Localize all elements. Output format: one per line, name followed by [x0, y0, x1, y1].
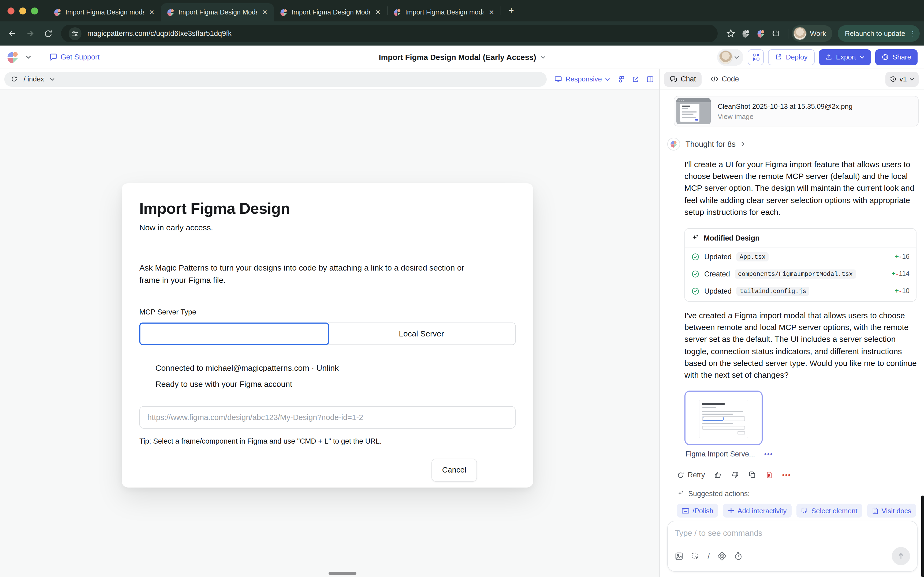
split-view-icon[interactable]	[647, 75, 654, 83]
components-icon	[752, 53, 760, 61]
version-history-button[interactable]: v1	[886, 71, 919, 87]
local-server-option[interactable]: Local Server	[328, 322, 516, 345]
share-label: Share	[893, 53, 911, 61]
workspace-chevron-icon[interactable]	[26, 55, 31, 59]
maximize-window-button[interactable]	[31, 7, 38, 14]
deploy-button[interactable]: Deploy	[768, 49, 815, 65]
assistant-avatar	[667, 138, 680, 150]
select-element-chip[interactable]: Select element	[797, 504, 863, 517]
copy-icon[interactable]	[748, 471, 756, 479]
timer-icon[interactable]	[734, 552, 742, 560]
send-button[interactable]	[892, 547, 910, 565]
account-chip[interactable]	[718, 48, 743, 66]
project-title[interactable]: Import Figma Design Modal (Early Access)	[379, 53, 545, 61]
close-window-button[interactable]	[8, 7, 15, 14]
tab-1[interactable]: Import Figma Design modal | ✕	[48, 3, 161, 21]
device-selector[interactable]: Responsive	[554, 75, 610, 83]
chat-tab-label: Chat	[681, 75, 696, 83]
browser-toolbar: magicpatterns.com/c/uqptd6txe3sffar51dq9…	[0, 21, 924, 45]
version-thumbnail-card[interactable]	[684, 390, 763, 445]
work-row: / index Responsive Chat Code	[0, 69, 924, 89]
monitor-icon	[554, 75, 562, 83]
attach-image-icon[interactable]	[675, 552, 683, 560]
thought-row[interactable]: Thought for 8s	[667, 138, 920, 150]
open-in-new-icon[interactable]	[632, 75, 639, 83]
close-tab-icon[interactable]: ✕	[260, 8, 269, 17]
slash-command-icon[interactable]: /	[708, 551, 710, 561]
code-tab[interactable]: Code	[705, 71, 745, 87]
new-tab-button[interactable]: +	[501, 5, 521, 16]
site-settings-icon[interactable]	[69, 27, 81, 40]
expand-thought-icon[interactable]	[741, 142, 744, 147]
bookmark-star-icon[interactable]	[726, 29, 735, 38]
export-log-icon[interactable]	[766, 471, 773, 479]
sparkle-icon	[692, 234, 699, 242]
chat-input-box[interactable]: /	[667, 521, 918, 572]
tab-4[interactable]: Import Figma Design modal | ✕	[387, 3, 501, 21]
remote-server-option-selected[interactable]	[139, 322, 329, 345]
extension-magicpatterns-icon[interactable]	[757, 29, 765, 38]
attachment-meta: CleanShot 2025-10-13 at 15.35.09@2x.png …	[718, 102, 853, 120]
browser-menu-icon[interactable]: ⋮	[908, 30, 918, 37]
change-row[interactable]: Updated App.tsx +-16	[685, 248, 916, 265]
forward-icon[interactable]	[21, 25, 39, 42]
chat-tab-icon	[669, 75, 677, 83]
tab-2-active[interactable]: Import Figma Design Modal ( ✕	[161, 3, 274, 21]
thumbs-down-icon[interactable]	[731, 471, 739, 479]
change-row[interactable]: Created components/FigmaImportModal.tsx …	[685, 265, 916, 282]
connected-status-text[interactable]: Connected to michael@magicpatterns.com ·…	[155, 363, 516, 372]
add-interactivity-chip[interactable]: Add interactivity	[723, 504, 792, 517]
relaunch-to-update-button[interactable]: Relaunch to update ⋮	[838, 25, 920, 42]
server-type-label: MCP Server Type	[139, 308, 516, 316]
window-controls[interactable]	[0, 0, 48, 21]
version-label-row: Figma Import Serve... •••	[685, 450, 920, 458]
change-action: Updated	[704, 287, 732, 295]
app-header-left: Get Support	[6, 51, 100, 63]
cancel-button[interactable]: Cancel	[431, 458, 477, 481]
polish-chip[interactable]: /Polish	[677, 504, 718, 517]
chat-input[interactable]	[675, 528, 910, 537]
panel-header: Chat Code v1	[660, 69, 924, 89]
view-image-link[interactable]: View image	[718, 112, 853, 120]
thumbs-up-icon[interactable]	[714, 471, 722, 479]
attachment-card[interactable]: CleanShot 2025-10-13 at 15.35.09@2x.png …	[674, 96, 919, 126]
change-row[interactable]: Updated tailwind.config.js +-10	[685, 282, 916, 301]
design-canvas[interactable]: Import Figma Design Now in early access.…	[0, 89, 660, 577]
horizontal-scrollbar[interactable]	[329, 572, 356, 575]
vertical-scrollbar[interactable]	[921, 496, 924, 577]
export-chevron-icon	[860, 55, 865, 59]
diamond-commands-icon[interactable]	[718, 552, 726, 560]
app-header-right: Deploy Export Share	[718, 48, 918, 66]
visit-docs-chip[interactable]: Visit docs	[867, 504, 916, 517]
tab-3[interactable]: Import Figma Design Modal ( ✕	[274, 3, 387, 21]
close-tab-icon[interactable]: ✕	[147, 8, 156, 17]
close-tab-icon[interactable]: ✕	[487, 8, 496, 17]
assistant-message-1: I'll create a UI for your Figma import f…	[684, 159, 918, 218]
minimize-window-button[interactable]	[19, 7, 26, 14]
version-menu-icon[interactable]: •••	[764, 450, 773, 458]
more-actions-icon[interactable]: •••	[782, 471, 791, 479]
main-area: Import Figma Design Now in early access.…	[0, 89, 924, 577]
component-library-button[interactable]	[748, 49, 764, 65]
export-button[interactable]: Export	[819, 49, 871, 65]
address-bar[interactable]: magicpatterns.com/c/uqptd6txe3sffar51dq9…	[61, 25, 718, 42]
profile-chip[interactable]: Work	[792, 25, 832, 42]
docs-icon	[872, 507, 879, 514]
theme-tokens-icon[interactable]	[618, 75, 625, 83]
version-card-label[interactable]: Figma Import Serve...	[685, 450, 755, 458]
extensions-puzzle-icon[interactable]	[772, 29, 780, 38]
close-tab-icon[interactable]: ✕	[374, 8, 382, 17]
reload-icon[interactable]	[40, 25, 57, 42]
share-button[interactable]: Share	[876, 49, 918, 65]
get-support-button[interactable]: Get Support	[49, 53, 100, 61]
magicpatterns-logo[interactable]	[6, 51, 19, 63]
back-icon[interactable]	[3, 25, 20, 42]
retry-button[interactable]: Retry	[677, 471, 705, 479]
select-element-icon[interactable]	[692, 552, 700, 560]
route-bar[interactable]: / index	[4, 71, 547, 87]
extension-magicpatterns-gray-icon[interactable]	[742, 29, 750, 38]
chat-tab[interactable]: Chat	[664, 71, 701, 87]
profile-label: Work	[810, 29, 826, 37]
figma-url-input[interactable]	[139, 406, 516, 428]
magicpatterns-favicon	[167, 8, 175, 16]
